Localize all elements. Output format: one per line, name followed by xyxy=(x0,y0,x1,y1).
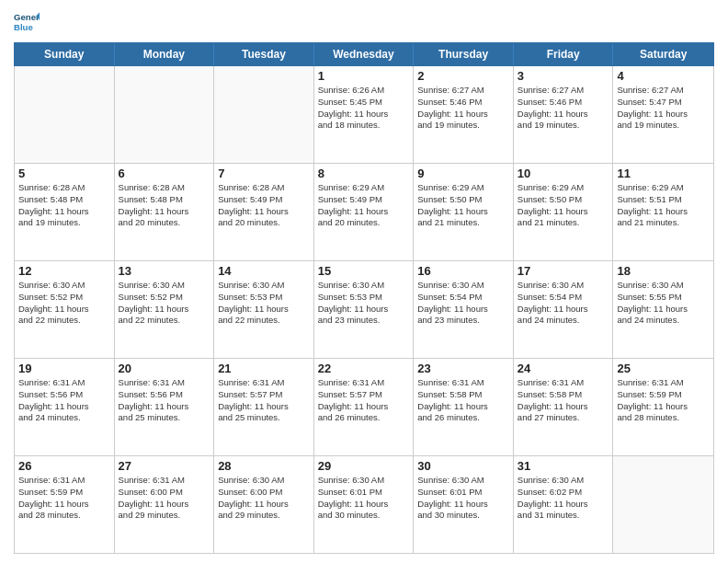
day-info: Sunrise: 6:29 AMSunset: 5:49 PMDaylight:… xyxy=(318,182,410,229)
day-number: 16 xyxy=(417,264,509,278)
day-cell: 10Sunrise: 6:29 AMSunset: 5:50 PMDayligh… xyxy=(514,164,614,260)
header-cell-tuesday: Tuesday xyxy=(214,43,314,65)
day-cell: 31Sunrise: 6:30 AMSunset: 6:02 PMDayligh… xyxy=(514,456,614,553)
day-number: 9 xyxy=(417,167,509,180)
day-info: Sunrise: 6:31 AMSunset: 5:58 PMDaylight:… xyxy=(518,377,609,424)
day-number: 24 xyxy=(518,362,609,375)
day-info: Sunrise: 6:29 AMSunset: 5:50 PMDaylight:… xyxy=(518,182,609,229)
day-info: Sunrise: 6:26 AMSunset: 5:45 PMDaylight:… xyxy=(318,85,410,132)
day-cell: 15Sunrise: 6:30 AMSunset: 5:53 PMDayligh… xyxy=(314,261,415,358)
day-info: Sunrise: 6:31 AMSunset: 5:59 PMDaylight:… xyxy=(18,475,110,522)
day-number: 15 xyxy=(318,264,410,278)
day-cell: 18Sunrise: 6:30 AMSunset: 5:55 PMDayligh… xyxy=(613,261,713,358)
day-cell: 9Sunrise: 6:29 AMSunset: 5:50 PMDaylight… xyxy=(414,164,514,260)
day-number: 26 xyxy=(18,459,110,473)
day-cell: 24Sunrise: 6:31 AMSunset: 5:58 PMDayligh… xyxy=(514,359,614,455)
day-info: Sunrise: 6:28 AMSunset: 5:48 PMDaylight:… xyxy=(119,182,210,229)
header-cell-wednesday: Wednesday xyxy=(314,43,415,65)
day-cell: 5Sunrise: 6:28 AMSunset: 5:48 PMDaylight… xyxy=(15,164,115,260)
day-number: 4 xyxy=(617,69,710,83)
day-info: Sunrise: 6:29 AMSunset: 5:51 PMDaylight:… xyxy=(617,182,710,229)
day-number: 30 xyxy=(417,459,509,473)
day-info: Sunrise: 6:30 AMSunset: 5:52 PMDaylight:… xyxy=(18,280,110,327)
week-row-5: 26Sunrise: 6:31 AMSunset: 5:59 PMDayligh… xyxy=(15,456,713,553)
day-number: 12 xyxy=(18,264,110,278)
day-number: 25 xyxy=(617,362,710,375)
day-cell: 17Sunrise: 6:30 AMSunset: 5:54 PMDayligh… xyxy=(514,261,614,358)
day-info: Sunrise: 6:30 AMSunset: 5:53 PMDaylight:… xyxy=(318,280,410,327)
calendar-header-row: SundayMondayTuesdayWednesdayThursdayFrid… xyxy=(14,42,714,66)
header-cell-saturday: Saturday xyxy=(613,43,713,65)
day-cell: 19Sunrise: 6:31 AMSunset: 5:56 PMDayligh… xyxy=(15,359,115,455)
day-number: 1 xyxy=(318,69,410,83)
day-cell: 7Sunrise: 6:28 AMSunset: 5:49 PMDaylight… xyxy=(214,164,314,260)
day-info: Sunrise: 6:31 AMSunset: 5:59 PMDaylight:… xyxy=(617,377,710,424)
day-cell xyxy=(15,66,115,163)
day-number: 28 xyxy=(218,459,310,473)
day-cell: 27Sunrise: 6:31 AMSunset: 6:00 PMDayligh… xyxy=(115,456,215,553)
day-number: 20 xyxy=(119,362,210,375)
day-info: Sunrise: 6:29 AMSunset: 5:50 PMDaylight:… xyxy=(417,182,509,229)
day-cell: 28Sunrise: 6:30 AMSunset: 6:00 PMDayligh… xyxy=(214,456,314,553)
day-info: Sunrise: 6:30 AMSunset: 6:00 PMDaylight:… xyxy=(218,475,310,522)
header: General Blue xyxy=(14,9,714,35)
header-cell-thursday: Thursday xyxy=(414,43,514,65)
day-number: 27 xyxy=(119,459,210,473)
day-number: 2 xyxy=(417,69,509,83)
day-info: Sunrise: 6:30 AMSunset: 6:02 PMDaylight:… xyxy=(518,475,609,522)
calendar: SundayMondayTuesdayWednesdayThursdayFrid… xyxy=(14,42,714,554)
day-info: Sunrise: 6:30 AMSunset: 6:01 PMDaylight:… xyxy=(318,475,410,522)
day-cell: 16Sunrise: 6:30 AMSunset: 5:54 PMDayligh… xyxy=(414,261,514,358)
day-number: 10 xyxy=(518,167,609,180)
day-cell: 20Sunrise: 6:31 AMSunset: 5:56 PMDayligh… xyxy=(115,359,215,455)
day-cell: 4Sunrise: 6:27 AMSunset: 5:47 PMDaylight… xyxy=(613,66,713,163)
header-cell-friday: Friday xyxy=(514,43,614,65)
day-info: Sunrise: 6:28 AMSunset: 5:49 PMDaylight:… xyxy=(218,182,310,229)
week-row-3: 12Sunrise: 6:30 AMSunset: 5:52 PMDayligh… xyxy=(15,261,713,359)
day-number: 14 xyxy=(218,264,310,278)
day-info: Sunrise: 6:31 AMSunset: 5:57 PMDaylight:… xyxy=(318,377,410,424)
day-number: 13 xyxy=(119,264,210,278)
svg-text:Blue: Blue xyxy=(14,22,33,32)
day-cell xyxy=(214,66,314,163)
day-info: Sunrise: 6:30 AMSunset: 5:52 PMDaylight:… xyxy=(119,280,210,327)
day-number: 29 xyxy=(318,459,410,473)
day-cell: 22Sunrise: 6:31 AMSunset: 5:57 PMDayligh… xyxy=(314,359,415,455)
header-cell-sunday: Sunday xyxy=(15,43,115,65)
day-info: Sunrise: 6:30 AMSunset: 5:54 PMDaylight:… xyxy=(417,280,509,327)
day-info: Sunrise: 6:30 AMSunset: 5:55 PMDaylight:… xyxy=(617,280,710,327)
day-cell: 23Sunrise: 6:31 AMSunset: 5:58 PMDayligh… xyxy=(414,359,514,455)
day-info: Sunrise: 6:27 AMSunset: 5:46 PMDaylight:… xyxy=(518,85,609,132)
day-cell: 3Sunrise: 6:27 AMSunset: 5:46 PMDaylight… xyxy=(514,66,614,163)
page: General Blue SundayMondayTuesdayWednesda… xyxy=(0,0,728,563)
day-info: Sunrise: 6:27 AMSunset: 5:47 PMDaylight:… xyxy=(617,85,710,132)
day-info: Sunrise: 6:31 AMSunset: 5:56 PMDaylight:… xyxy=(18,377,110,424)
day-cell: 25Sunrise: 6:31 AMSunset: 5:59 PMDayligh… xyxy=(613,359,713,455)
day-cell: 29Sunrise: 6:30 AMSunset: 6:01 PMDayligh… xyxy=(314,456,415,553)
week-row-2: 5Sunrise: 6:28 AMSunset: 5:48 PMDaylight… xyxy=(15,164,713,261)
day-cell: 30Sunrise: 6:30 AMSunset: 6:01 PMDayligh… xyxy=(414,456,514,553)
day-cell: 13Sunrise: 6:30 AMSunset: 5:52 PMDayligh… xyxy=(115,261,215,358)
day-number: 19 xyxy=(18,362,110,375)
day-number: 8 xyxy=(318,167,410,180)
day-cell: 14Sunrise: 6:30 AMSunset: 5:53 PMDayligh… xyxy=(214,261,314,358)
day-number: 6 xyxy=(119,167,210,180)
day-info: Sunrise: 6:28 AMSunset: 5:48 PMDaylight:… xyxy=(18,182,110,229)
day-info: Sunrise: 6:31 AMSunset: 5:58 PMDaylight:… xyxy=(417,377,509,424)
day-number: 31 xyxy=(518,459,609,473)
day-cell: 8Sunrise: 6:29 AMSunset: 5:49 PMDaylight… xyxy=(314,164,415,260)
day-cell xyxy=(115,66,215,163)
day-cell: 2Sunrise: 6:27 AMSunset: 5:46 PMDaylight… xyxy=(414,66,514,163)
week-row-1: 1Sunrise: 6:26 AMSunset: 5:45 PMDaylight… xyxy=(15,66,713,164)
day-info: Sunrise: 6:30 AMSunset: 5:53 PMDaylight:… xyxy=(218,280,310,327)
calendar-body: 1Sunrise: 6:26 AMSunset: 5:45 PMDaylight… xyxy=(14,66,714,554)
day-number: 3 xyxy=(518,69,609,83)
week-row-4: 19Sunrise: 6:31 AMSunset: 5:56 PMDayligh… xyxy=(15,359,713,456)
svg-text:General: General xyxy=(14,12,40,22)
day-number: 7 xyxy=(218,167,310,180)
day-info: Sunrise: 6:27 AMSunset: 5:46 PMDaylight:… xyxy=(417,85,509,132)
day-cell: 26Sunrise: 6:31 AMSunset: 5:59 PMDayligh… xyxy=(15,456,115,553)
day-number: 23 xyxy=(417,362,509,375)
day-number: 17 xyxy=(518,264,609,278)
day-cell: 12Sunrise: 6:30 AMSunset: 5:52 PMDayligh… xyxy=(15,261,115,358)
